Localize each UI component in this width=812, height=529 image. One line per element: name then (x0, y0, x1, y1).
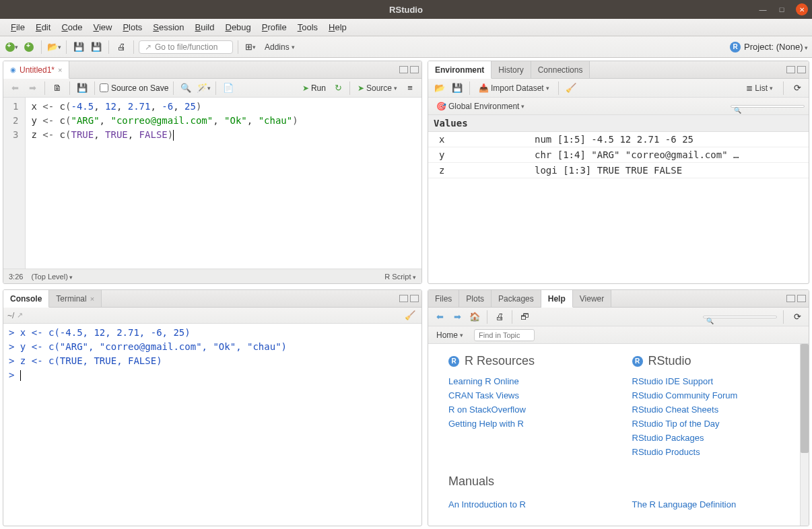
tab-history[interactable]: History (492, 61, 531, 78)
tab-files[interactable]: Files (428, 290, 459, 307)
clear-workspace-button[interactable]: 🧹 (564, 81, 578, 96)
help-link[interactable]: An Introduction to R (448, 499, 605, 509)
menu-plots[interactable]: Plots (117, 21, 147, 34)
source-button[interactable]: ➤Source (353, 82, 401, 94)
refresh-help-button[interactable]: ⟳ (790, 310, 805, 324)
run-button[interactable]: ➤Run (298, 82, 330, 94)
help-search-input[interactable] (703, 316, 777, 318)
help-forward-button[interactable]: ➡ (450, 310, 465, 324)
maximize-button[interactable]: □ (777, 5, 786, 14)
addins-button[interactable]: Addins (261, 41, 299, 53)
minimize-button[interactable]: — (758, 5, 768, 14)
save-workspace-button[interactable]: 💾 (450, 81, 465, 96)
menu-tools[interactable]: Tools (292, 21, 323, 34)
minimize-pane-icon[interactable] (786, 295, 795, 302)
save-source-button[interactable]: 💾 (75, 81, 90, 96)
maximize-pane-icon[interactable] (410, 66, 419, 73)
find-in-topic-input[interactable] (474, 329, 535, 341)
help-link[interactable]: RStudio IDE Support (632, 376, 789, 386)
maximize-pane-icon[interactable] (797, 295, 806, 302)
code-editor[interactable]: 123 x <- c(-4.5, 12, 2.71, -6, 25) y <- … (3, 98, 421, 269)
new-file-button[interactable] (4, 40, 19, 55)
help-link[interactable]: RStudio Packages (632, 433, 789, 443)
goto-file-input[interactable]: ↗Go to file/function (139, 40, 233, 54)
forward-button[interactable]: ➡ (25, 81, 40, 96)
help-home-button[interactable]: 🏠 (467, 310, 482, 324)
minimize-pane-icon[interactable] (786, 66, 795, 73)
help-print-button[interactable]: 🖨 (492, 310, 507, 324)
tab-packages[interactable]: Packages (492, 290, 541, 307)
help-home-dropdown[interactable]: Home (432, 329, 467, 341)
help-popout-button[interactable]: 🗗 (517, 310, 532, 324)
tab-environment[interactable]: Environment (428, 61, 492, 79)
save-all-button[interactable]: 💾 (89, 40, 104, 55)
clear-console-button[interactable]: 🧹 (403, 308, 417, 323)
open-file-button[interactable]: 📂 (46, 40, 61, 55)
maximize-pane-icon[interactable] (410, 295, 419, 302)
close-tab-icon[interactable]: × (58, 66, 62, 74)
env-section-header: Values (428, 115, 809, 132)
menu-help[interactable]: Help (323, 21, 352, 34)
save-button[interactable]: 💾 (71, 40, 86, 55)
compile-report-button[interactable]: 📄 (221, 81, 236, 96)
show-in-new-window-button[interactable]: 🗎 (50, 81, 65, 96)
help-back-button[interactable]: ⬅ (432, 310, 447, 324)
tab-plots[interactable]: Plots (459, 290, 492, 307)
menu-session[interactable]: Session (147, 21, 189, 34)
help-link[interactable]: R on StackOverflow (448, 404, 605, 415)
source-on-save-checkbox[interactable]: Source on Save (100, 83, 168, 93)
file-type-selector[interactable]: R Script (384, 273, 416, 281)
tab-viewer[interactable]: Viewer (573, 290, 611, 307)
minimize-pane-icon[interactable] (399, 295, 408, 302)
menu-code[interactable]: Code (56, 21, 88, 34)
minimize-pane-icon[interactable] (399, 66, 408, 73)
menu-profile[interactable]: Profile (257, 21, 292, 34)
back-button[interactable]: ⬅ (7, 81, 22, 96)
env-row[interactable]: zlogi [1:3] TRUE TRUE FALSE (428, 163, 809, 178)
code-tools-button[interactable]: 🪄 (196, 81, 211, 96)
env-search-input[interactable] (731, 105, 805, 108)
workspace-panes-button[interactable]: ⊞ (243, 40, 258, 55)
tab-connections[interactable]: Connections (531, 61, 590, 78)
view-mode-button[interactable]: ≣ List (742, 82, 777, 94)
new-project-button[interactable] (22, 40, 36, 55)
load-workspace-button[interactable]: 📂 (432, 81, 447, 96)
help-scrollbar[interactable] (800, 344, 809, 526)
manuals-heading: Manuals (448, 474, 788, 489)
source-tab[interactable]: ◉ Untitled1* × (3, 61, 69, 79)
console-output[interactable]: > x <- c(-4.5, 12, 2.71, -6, 25)> y <- c… (3, 324, 421, 526)
help-link[interactable]: Getting Help with R (448, 419, 605, 429)
project-menu[interactable]: Project: (None) (744, 42, 808, 52)
menu-edit[interactable]: Edit (30, 21, 56, 34)
env-scope-selector[interactable]: 🎯 Global Environment (432, 100, 529, 112)
maximize-pane-icon[interactable] (797, 66, 806, 73)
help-link[interactable]: RStudio Tip of the Day (632, 419, 789, 429)
help-link[interactable]: Learning R Online (448, 376, 605, 386)
help-content: RR Resources Learning R OnlineCRAN Task … (428, 344, 809, 526)
tab-console[interactable]: Console (3, 290, 49, 308)
menu-debug[interactable]: Debug (220, 21, 257, 34)
tab-terminal[interactable]: Terminal × (49, 290, 102, 307)
import-dataset-button[interactable]: 📥 Import Dataset (475, 82, 553, 94)
print-button[interactable]: 🖨 (114, 40, 129, 55)
outline-button[interactable]: ≡ (403, 81, 417, 96)
tab-help[interactable]: Help (541, 290, 573, 308)
menu-view[interactable]: View (88, 21, 117, 34)
menu-build[interactable]: Build (190, 21, 220, 34)
rerun-button[interactable]: ↻ (331, 81, 346, 96)
help-link[interactable]: CRAN Task Views (448, 390, 605, 400)
plus-icon (24, 42, 34, 52)
close-terminal-icon[interactable]: × (90, 295, 94, 303)
help-link[interactable]: RStudio Products (632, 447, 789, 457)
find-button[interactable]: 🔍 (178, 81, 193, 96)
help-link[interactable]: The R Language Definition (632, 499, 789, 509)
console-path-icon[interactable]: ↗ (17, 311, 23, 320)
scope-selector[interactable]: (Top Level) (31, 273, 73, 281)
help-link[interactable]: RStudio Cheat Sheets (632, 404, 789, 415)
help-link[interactable]: RStudio Community Forum (632, 390, 789, 400)
env-row[interactable]: xnum [1:5] -4.5 12 2.71 -6 25 (428, 132, 809, 147)
close-button[interactable]: ✕ (796, 3, 808, 15)
refresh-env-button[interactable]: ⟳ (790, 81, 805, 96)
env-row[interactable]: ychr [1:4] "ARG" "correo@gmail.com" … (428, 147, 809, 163)
menu-file[interactable]: File (5, 21, 30, 34)
